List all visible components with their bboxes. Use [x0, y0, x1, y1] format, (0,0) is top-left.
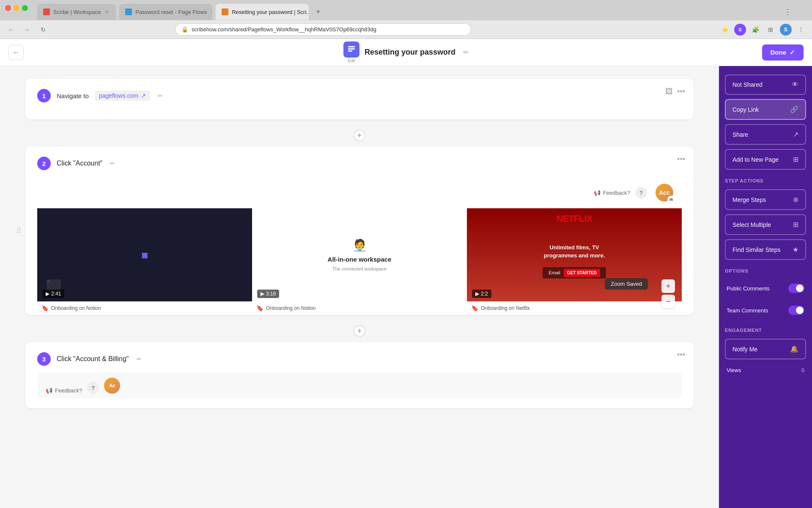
new-tab-btn[interactable]: + — [312, 6, 324, 18]
select-multiple-btn[interactable]: Select Multiple ⊞ — [725, 214, 806, 235]
step-3-feedback-label: Feedback? — [55, 387, 82, 394]
bookmark-btn[interactable]: ⭐ — [719, 24, 731, 36]
select-multiple-icon: ⊞ — [793, 221, 798, 229]
tab-favicon-scribe — [43, 8, 50, 15]
views-row: Views 0 — [725, 364, 806, 377]
drag-handle-step-2[interactable]: ⠿ — [16, 226, 22, 235]
zoom-controls: + − — [661, 279, 675, 308]
add-step-2-btn[interactable]: + — [25, 325, 694, 337]
video-time-2: ▶ 3:16 — [257, 290, 279, 298]
gallery-title-1: Onboarding on Notion — [51, 305, 101, 311]
minimize-window-btn[interactable] — [14, 5, 19, 11]
maximize-window-btn[interactable] — [22, 5, 28, 11]
tab-bar-left: Scribe | Workspace ✕ Password reset - Pa… — [3, 4, 783, 20]
find-similar-btn[interactable]: Find Similar Steps ★ — [725, 239, 806, 260]
back-nav-btn[interactable]: ← — [5, 24, 17, 36]
feedback-area: 📢 Feedback? ? Acc ✉ — [37, 177, 682, 208]
tab-close-scribe[interactable]: ✕ — [104, 8, 110, 16]
tab-bar: Scribe | Workspace ✕ Password reset - Pa… — [0, 0, 812, 20]
close-window-btn[interactable] — [5, 5, 11, 11]
not-shared-label: Not Shared — [732, 81, 763, 88]
add-to-page-label: Add to New Page — [732, 156, 779, 163]
tab-close-pageflows[interactable]: ✕ — [210, 8, 212, 16]
back-btn[interactable]: ← — [8, 45, 24, 60]
step-2-number: 2 — [37, 157, 51, 170]
browser-menu-btn[interactable]: ⋮ — [784, 7, 792, 17]
step-3-pencil-icon[interactable]: ✏ — [137, 356, 142, 362]
zoom-saved-toast: Zoom Saved — [605, 278, 648, 290]
find-similar-icon: ★ — [793, 246, 798, 254]
step-2-card: ⠿ 2 Click "Account" ✏ ••• 📢 — [25, 146, 694, 315]
url-bar[interactable]: 🔒 scribehow.com/shared/Pageflows_Workflo… — [175, 23, 471, 36]
title-edit-icon[interactable]: ✏ — [463, 48, 469, 56]
gallery-caption-2: 🔖 Onboarding on Notion — [252, 301, 467, 315]
extensions-btn[interactable]: 🧩 — [749, 24, 761, 36]
gallery-item-1[interactable]: ◼ ⬛ ▶ 2:41 🔖 Onboarding on Notion — [37, 208, 252, 315]
copy-link-label: Copy Link — [732, 106, 759, 113]
copy-link-btn[interactable]: Copy Link 🔗 — [725, 99, 806, 120]
gallery-item-2[interactable]: 🧑‍💼 All-in-one workspace The connected w… — [252, 208, 467, 315]
notify-me-label: Notify Me — [732, 346, 757, 353]
step-2-more-btn[interactable]: ••• — [677, 155, 685, 164]
step-1-link[interactable]: pageflows.com ↗ — [95, 91, 150, 101]
not-shared-btn[interactable]: Not Shared 👁 — [725, 75, 806, 95]
tab-manager-btn[interactable]: ⊞ — [765, 24, 776, 36]
merge-steps-label: Merge Steps — [732, 196, 766, 203]
step-1-number: 1 — [37, 89, 51, 102]
tab-scribe-workspace[interactable]: Scribe | Workspace ✕ — [37, 4, 116, 20]
gallery-item-3[interactable]: NETFLIX Unlimited films, TVprogrammes an… — [467, 208, 682, 315]
notion-icon: 🧑‍💼 — [352, 238, 367, 252]
merge-steps-icon: ⊗ — [793, 196, 798, 204]
address-bar: ← → ↻ 🔒 scribehow.com/shared/Pageflows_W… — [0, 20, 812, 39]
notion-desc: The connected workspace — [332, 266, 387, 271]
forward-nav-btn[interactable]: → — [21, 24, 33, 36]
public-comments-toggle[interactable] — [788, 284, 804, 293]
step-1-link-text: pageflows.com — [99, 92, 138, 99]
feedback-btn[interactable]: 📢 Feedback? — [594, 190, 630, 196]
step-3-feedback-btn[interactable]: 📢 Feedback? — [46, 387, 82, 394]
step-1-link-icon: ↗ — [141, 92, 146, 99]
add-step-1-btn[interactable]: + — [25, 130, 694, 141]
step-3-wrapper: 3 Click "Account & Billing" ✏ ••• 📢 Feed… — [25, 342, 694, 408]
svg-rect-2 — [348, 50, 352, 52]
scribe-extension-btn[interactable]: S — [734, 24, 746, 36]
team-comments-thumb — [796, 306, 804, 314]
help-icon[interactable]: ? — [635, 187, 647, 199]
share-label: Share — [732, 131, 748, 138]
step-1-pencil-icon[interactable]: ✏ — [158, 92, 163, 99]
step-1-wrapper: 1 Navigate to pageflows.com ↗ ✏ 🖼 ••• — [25, 79, 694, 119]
step-1-more-btn[interactable]: ••• — [677, 87, 685, 96]
zoom-out-btn[interactable]: − — [661, 295, 675, 308]
add-step-1-icon[interactable]: + — [354, 130, 365, 141]
add-step-2-icon[interactable]: + — [354, 325, 365, 337]
refresh-btn[interactable]: ↻ — [37, 24, 49, 36]
step-1-image-btn[interactable]: 🖼 — [665, 87, 673, 96]
step-3-more-btn[interactable]: ••• — [677, 351, 685, 359]
step-3-help-icon[interactable]: ? — [87, 382, 99, 394]
notify-me-btn[interactable]: Notify Me 🔔 — [725, 339, 806, 359]
gallery-caption-1: 🔖 Onboarding on Notion — [37, 301, 252, 315]
share-btn[interactable]: Share ↗ — [725, 124, 806, 145]
zoom-in-btn[interactable]: + — [661, 279, 675, 293]
top-and-content: ← Edit Resetting your password ✏ — [0, 39, 812, 508]
browser-chrome: Scribe | Workspace ✕ Password reset - Pa… — [0, 0, 812, 39]
done-check-icon: ✓ — [790, 49, 795, 56]
tab-favicon-pageflows — [125, 8, 132, 15]
step-2-pencil-icon[interactable]: ✏ — [110, 160, 115, 167]
top-bar-center: Edit Resetting your password ✏ — [343, 41, 469, 63]
right-panel: Not Shared 👁 Copy Link 🔗 Share ↗ Add to … — [719, 66, 812, 508]
profile-avatar[interactable]: S — [780, 24, 792, 36]
team-comments-toggle[interactable] — [788, 306, 804, 315]
image-gallery: ◼ ⬛ ▶ 2:41 🔖 Onboarding on Notion — [37, 208, 682, 315]
browser-menu-dots[interactable]: ⋮ — [795, 24, 807, 36]
tab-password-reset[interactable]: Password reset - Page Flows ✕ — [119, 4, 212, 20]
done-btn[interactable]: Done ✓ — [762, 44, 804, 61]
bookmark-icon-3: 🔖 — [471, 305, 478, 312]
gallery-bg-netflix: NETFLIX Unlimited films, TVprogrammes an… — [467, 208, 682, 301]
gallery-bg-notion: 🧑‍💼 All-in-one workspace The connected w… — [252, 208, 467, 301]
views-label: Views — [727, 367, 741, 373]
merge-steps-btn[interactable]: Merge Steps ⊗ — [725, 189, 806, 210]
tab-resetting-password[interactable]: Resetting your password | Scri... ✕ — [216, 4, 309, 20]
add-to-page-btn[interactable]: Add to New Page ⊞ — [725, 149, 806, 170]
step-2-header: 2 Click "Account" ✏ — [37, 157, 682, 170]
